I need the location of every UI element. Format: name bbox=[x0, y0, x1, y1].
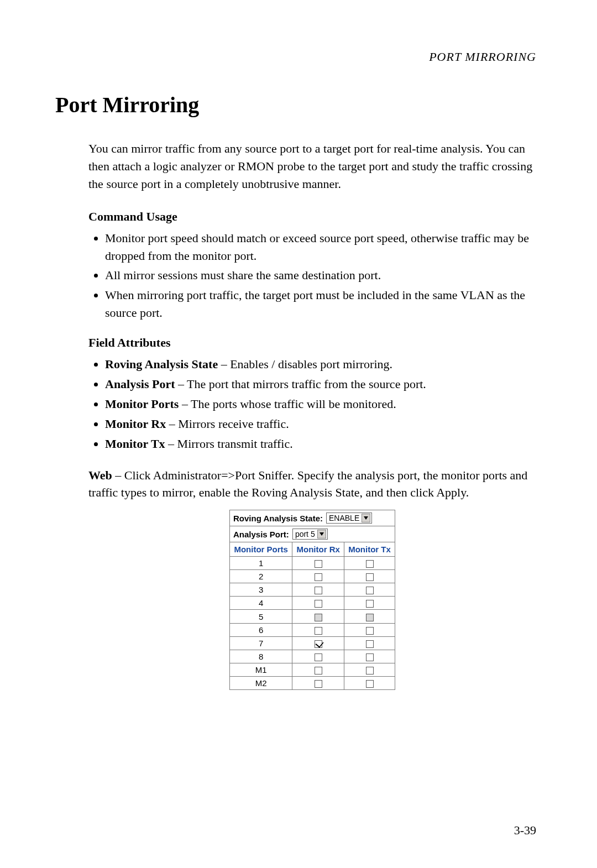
port-cell: 2 bbox=[230, 570, 292, 583]
analysis-port-row: Analysis Port: port 5 bbox=[230, 526, 395, 542]
port-cell: 5 bbox=[230, 610, 292, 623]
col-monitor-ports: Monitor Ports bbox=[230, 542, 292, 557]
page-title: Port Mirroring bbox=[55, 92, 542, 118]
web-text: – Click Administrator=>Port Sniffer. Spe… bbox=[88, 468, 527, 500]
col-monitor-tx: Monitor Tx bbox=[344, 542, 395, 557]
body-column: You can mirror traffic from any source p… bbox=[88, 140, 536, 690]
list-item: Monitor port speed should match or excee… bbox=[105, 229, 536, 265]
port-cell: M2 bbox=[230, 676, 292, 689]
port-cell: 1 bbox=[230, 557, 292, 570]
port-cell: 4 bbox=[230, 597, 292, 610]
roving-state-row: Roving Analysis State: ENABLE bbox=[230, 510, 395, 526]
table-row: 6 bbox=[230, 623, 395, 636]
checkbox[interactable] bbox=[315, 600, 322, 608]
tx-cell bbox=[344, 650, 395, 663]
field-attributes-heading: Field Attributes bbox=[88, 336, 536, 350]
web-label: Web bbox=[88, 468, 112, 482]
chevron-down-icon bbox=[362, 514, 370, 522]
port-cell: 6 bbox=[230, 623, 292, 636]
checkbox[interactable] bbox=[366, 560, 374, 568]
checkbox[interactable] bbox=[315, 573, 322, 581]
checkbox[interactable] bbox=[315, 587, 322, 594]
rx-cell bbox=[292, 676, 344, 689]
table-row: 5 bbox=[230, 610, 395, 623]
checkbox[interactable] bbox=[315, 560, 322, 568]
intro-paragraph: You can mirror traffic from any source p… bbox=[88, 140, 536, 193]
rx-cell bbox=[292, 583, 344, 597]
rx-cell bbox=[292, 557, 344, 570]
web-paragraph: Web – Click Administrator=>Port Sniffer.… bbox=[88, 467, 536, 502]
list-item: Roving Analysis State – Enables / disabl… bbox=[105, 355, 536, 373]
checkbox[interactable] bbox=[366, 600, 374, 608]
tx-cell bbox=[344, 557, 395, 570]
list-item: All mirror sessions must share the same … bbox=[105, 266, 536, 284]
port-cell: 8 bbox=[230, 650, 292, 663]
port-cell: 3 bbox=[230, 583, 292, 597]
tx-cell bbox=[344, 570, 395, 583]
svg-marker-1 bbox=[320, 532, 324, 536]
chevron-down-icon bbox=[317, 530, 326, 538]
attr-desc: – Mirrors transmit traffic. bbox=[165, 437, 293, 451]
port-cell: M1 bbox=[230, 663, 292, 676]
analysis-port-select[interactable]: port 5 bbox=[292, 529, 328, 540]
tx-cell bbox=[344, 583, 395, 597]
checkbox[interactable] bbox=[315, 653, 322, 661]
field-attributes-list: Roving Analysis State – Enables / disabl… bbox=[88, 355, 536, 452]
analysis-port-label: Analysis Port: bbox=[233, 530, 289, 539]
roving-state-select[interactable]: ENABLE bbox=[326, 513, 372, 524]
running-head: PORT MIRRORING bbox=[55, 50, 542, 64]
table-row: M2 bbox=[230, 676, 395, 689]
attr-term: Monitor Ports bbox=[105, 397, 179, 411]
page: PORT MIRRORING Port Mirroring You can mi… bbox=[0, 0, 597, 868]
col-monitor-rx: Monitor Rx bbox=[292, 542, 344, 557]
checkbox[interactable] bbox=[315, 680, 322, 688]
checkbox[interactable] bbox=[315, 667, 322, 674]
command-usage-heading: Command Usage bbox=[88, 210, 536, 224]
checkbox[interactable] bbox=[366, 680, 374, 688]
table-row: 1 bbox=[230, 557, 395, 570]
tx-cell bbox=[344, 636, 395, 650]
sniffer-panel: Roving Analysis State: ENABLE Analysis P… bbox=[229, 510, 395, 689]
checkbox[interactable] bbox=[315, 614, 322, 621]
svg-marker-0 bbox=[364, 516, 368, 520]
checkbox[interactable] bbox=[366, 587, 374, 594]
analysis-port-value: port 5 bbox=[295, 530, 317, 538]
checkbox[interactable] bbox=[366, 640, 374, 648]
table-row: 4 bbox=[230, 597, 395, 610]
checkbox[interactable] bbox=[315, 640, 322, 648]
attr-desc: – The port that mirrors traffic from the… bbox=[175, 377, 426, 391]
roving-state-label: Roving Analysis State: bbox=[233, 514, 323, 523]
tx-cell bbox=[344, 623, 395, 636]
tx-cell bbox=[344, 676, 395, 689]
checkbox[interactable] bbox=[366, 667, 374, 674]
checkbox[interactable] bbox=[366, 573, 374, 581]
table-row: 3 bbox=[230, 583, 395, 597]
sniffer-panel-wrap: Roving Analysis State: ENABLE Analysis P… bbox=[88, 510, 536, 689]
rx-cell bbox=[292, 650, 344, 663]
checkbox[interactable] bbox=[366, 614, 374, 621]
attr-term: Analysis Port bbox=[105, 377, 175, 391]
rx-cell bbox=[292, 623, 344, 636]
attr-desc: – Enables / disables port mirroring. bbox=[218, 357, 392, 371]
attr-desc: – The ports whose traffic will be monito… bbox=[179, 397, 396, 411]
monitor-table: Monitor Ports Monitor Rx Monitor Tx 1234… bbox=[230, 542, 395, 689]
tx-cell bbox=[344, 597, 395, 610]
rx-cell bbox=[292, 610, 344, 623]
checkbox[interactable] bbox=[366, 653, 374, 661]
list-item: Monitor Tx – Mirrors transmit traffic. bbox=[105, 435, 536, 453]
attr-term: Monitor Tx bbox=[105, 437, 165, 451]
table-row: 8 bbox=[230, 650, 395, 663]
attr-term: Roving Analysis State bbox=[105, 357, 218, 371]
table-row: 7 bbox=[230, 636, 395, 650]
roving-state-value: ENABLE bbox=[329, 514, 362, 522]
command-usage-list: Monitor port speed should match or excee… bbox=[88, 229, 536, 322]
checkbox[interactable] bbox=[366, 627, 374, 635]
attr-term: Monitor Rx bbox=[105, 417, 166, 431]
tx-cell bbox=[344, 610, 395, 623]
checkbox[interactable] bbox=[315, 627, 322, 635]
list-item: When mirroring port traffic, the target … bbox=[105, 286, 536, 322]
list-item: Monitor Rx – Mirrors receive traffic. bbox=[105, 415, 536, 433]
tx-cell bbox=[344, 663, 395, 676]
list-item: Analysis Port – The port that mirrors tr… bbox=[105, 375, 536, 393]
rx-cell bbox=[292, 597, 344, 610]
